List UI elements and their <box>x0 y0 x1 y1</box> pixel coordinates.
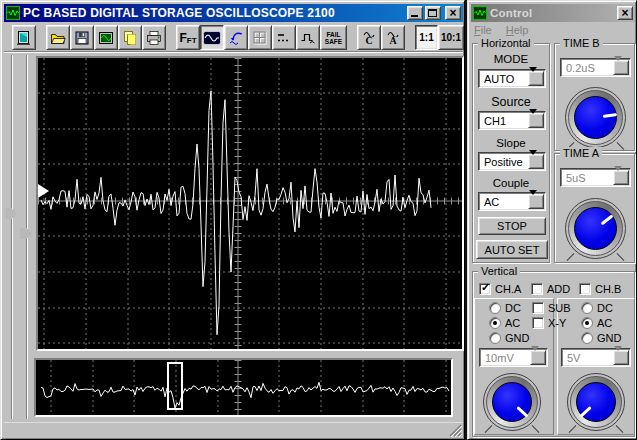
close-button[interactable]: × <box>445 6 461 20</box>
horizontal-group-label: Horizontal <box>478 37 534 49</box>
couple-combobox[interactable]: AC <box>478 192 546 211</box>
knob-face <box>574 207 617 250</box>
control-titlebar: Control × <box>471 4 635 22</box>
sub-checkbox[interactable]: ✓ <box>532 302 544 314</box>
ch-b-gain-knob[interactable] <box>567 373 625 431</box>
cal-c-button[interactable]: C <box>357 25 381 50</box>
overview-selection-box[interactable] <box>167 362 183 410</box>
window-title: PC BASED DIGITAL STORAGE OSCILLOSCOPE 21… <box>23 6 335 20</box>
app-icon <box>6 6 20 20</box>
ch-a-position-slider[interactable] <box>5 208 17 219</box>
maximize-icon <box>428 9 437 17</box>
ch-a-gain-knob[interactable] <box>483 373 541 431</box>
save-button[interactable] <box>70 25 94 50</box>
exit-door-icon <box>16 30 32 46</box>
source-label: Source <box>473 95 549 109</box>
ch-a-dc-radio[interactable] <box>489 302 501 314</box>
time-b-knob[interactable] <box>565 87 626 148</box>
cal-a-button[interactable]: A <box>381 25 405 50</box>
failsafe-button[interactable]: FAIL SAFE <box>320 25 347 50</box>
time-a-knob[interactable] <box>565 198 626 259</box>
slope-combobox[interactable]: Positive <box>478 152 546 171</box>
pulse-button[interactable] <box>296 25 320 50</box>
ch-b-gnd-radio[interactable] <box>581 332 593 344</box>
ch-b-position-slider[interactable] <box>20 228 32 239</box>
control-close-button[interactable]: × <box>617 6 633 20</box>
add-checkbox[interactable]: ✓ <box>531 283 543 295</box>
maximize-button[interactable] <box>425 6 441 20</box>
ch-b-checkbox-label: CH.B <box>595 283 621 295</box>
xy-checkbox[interactable]: ✓ <box>532 317 544 329</box>
main-scope-display <box>36 56 464 351</box>
slope-label: Slope <box>473 137 549 149</box>
probe-10-1-button[interactable]: 10:1 <box>438 25 464 50</box>
close-icon: × <box>618 6 632 20</box>
oscilloscope-window: PC BASED DIGITAL STORAGE OSCILLOSCOPE 21… <box>0 0 465 440</box>
auto-set-button[interactable]: AUTO SET <box>476 240 548 259</box>
ch-a-ac-label: AC <box>505 317 520 329</box>
add-checkbox-label: ADD <box>547 283 570 295</box>
exit-button[interactable] <box>12 25 36 50</box>
copy-button[interactable] <box>118 25 142 50</box>
chevron-down-icon <box>531 346 539 367</box>
ch-a-checkbox-label: CH.A <box>495 283 521 295</box>
sine-display-button[interactable] <box>200 25 224 50</box>
knob-face <box>574 96 617 139</box>
probe-10-1-label: 10:1 <box>441 32 461 43</box>
recall-button[interactable] <box>224 25 248 50</box>
time-b-group-label: TIME B <box>560 37 603 49</box>
probe-1-1-label: 1:1 <box>419 32 433 43</box>
dropdown-arrow-button[interactable] <box>528 154 544 169</box>
toolbar-divider <box>4 51 463 52</box>
print-button[interactable] <box>142 25 166 50</box>
snapshot-button[interactable] <box>94 25 118 50</box>
probe-1-1-button[interactable]: 1:1 <box>415 25 438 50</box>
xy-checkbox-label: X-Y <box>548 317 566 329</box>
ch-a-gnd-label: GND <box>505 332 529 344</box>
scope-grid-and-trace <box>38 58 462 349</box>
fft-label: F <box>179 31 186 45</box>
time-a-combobox: 5uS <box>560 168 631 187</box>
dotted-line-button[interactable] <box>272 25 296 50</box>
control-window-title: Control <box>490 7 532 19</box>
fft-button[interactable]: FFT <box>176 25 200 50</box>
ch-b-ac-radio[interactable] <box>581 317 593 329</box>
status-bar <box>4 422 463 438</box>
time-a-group-label: TIME A <box>560 147 602 159</box>
dropdown-arrow-button <box>613 60 629 75</box>
dropdown-arrow-button[interactable] <box>528 113 544 128</box>
dropdown-arrow-button[interactable] <box>528 194 544 209</box>
grid-icon <box>252 30 268 46</box>
chevron-down-icon <box>529 190 537 211</box>
ch-a-checkbox[interactable]: ✓ <box>479 283 491 295</box>
ch-b-dc-radio[interactable] <box>581 302 593 314</box>
grid-button[interactable] <box>248 25 272 50</box>
waveform-trace <box>41 382 449 408</box>
desktop: PC BASED DIGITAL STORAGE OSCILLOSCOPE 21… <box>0 0 637 440</box>
minimize-button[interactable] <box>407 6 423 20</box>
ch-a-position-track[interactable] <box>11 55 13 419</box>
dropdown-arrow-button <box>613 350 629 365</box>
dropdown-arrow-button[interactable] <box>528 71 544 86</box>
resize-grip[interactable] <box>449 424 462 437</box>
ch-a-ac-radio[interactable] <box>489 317 501 329</box>
time-b-group: TIME B 0.2uS <box>554 43 635 151</box>
source-combobox[interactable]: CH1 <box>478 111 546 130</box>
failsafe-label-1: FAIL <box>326 31 340 38</box>
trigger-level-marker[interactable] <box>38 184 49 198</box>
ch-a-gnd-radio[interactable] <box>489 332 501 344</box>
ch-b-range-combobox: 5V <box>561 348 631 367</box>
vertical-group-label: Vertical <box>478 265 520 277</box>
chevron-down-icon <box>529 150 537 171</box>
chevron-down-icon <box>614 346 622 367</box>
mode-combobox[interactable]: AUTO <box>478 69 546 88</box>
stop-button[interactable]: STOP <box>478 217 546 235</box>
sub-checkbox-label: SUB <box>548 302 571 314</box>
mode-label: MODE <box>473 53 549 65</box>
close-icon: × <box>446 6 460 20</box>
printer-icon <box>146 30 162 46</box>
overview-display <box>34 358 453 417</box>
ch-b-checkbox[interactable]: ✓ <box>579 283 591 295</box>
main-titlebar: PC BASED DIGITAL STORAGE OSCILLOSCOPE 21… <box>4 4 463 22</box>
open-button[interactable] <box>46 25 70 50</box>
